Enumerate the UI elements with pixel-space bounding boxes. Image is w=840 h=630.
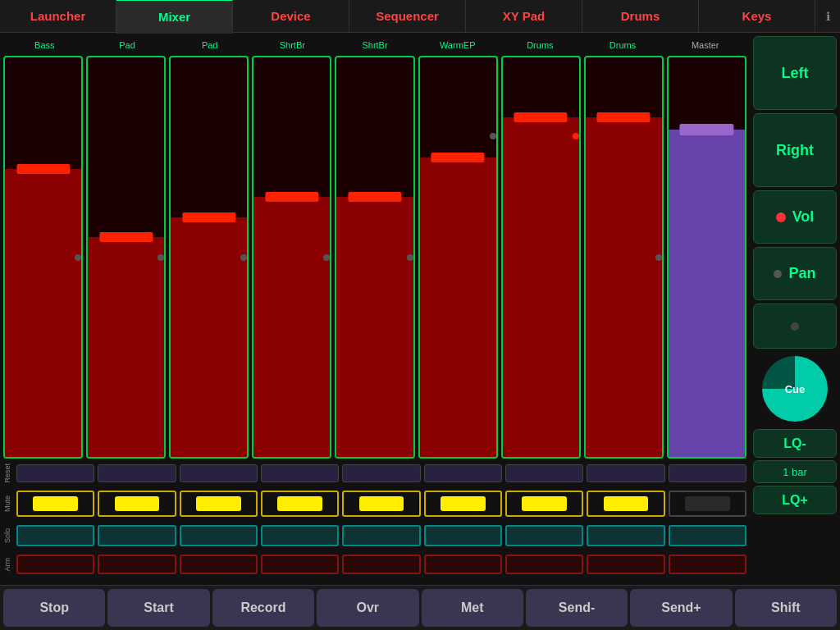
mute-btn-master[interactable] — [669, 491, 746, 517]
reset-btn-4[interactable] — [261, 464, 339, 482]
channel-shrtbr1 — [252, 56, 331, 459]
reset-btn-7[interactable] — [505, 464, 583, 482]
record-button[interactable]: Record — [212, 589, 314, 627]
right-button[interactable]: Right — [753, 113, 837, 187]
solo-btn-1[interactable] — [16, 525, 94, 546]
solo-btn-8[interactable] — [587, 525, 664, 546]
arm-btn-5[interactable] — [342, 555, 420, 574]
fader-handle-bass[interactable] — [16, 164, 70, 174]
mute-btn-2[interactable] — [98, 491, 176, 517]
fader-handle-drums2[interactable] — [597, 112, 651, 122]
mute-btn-1[interactable] — [16, 491, 94, 517]
mixer-channels: Bass Pad Pad ShrtBr ShrtBr WarmEP Drums … — [0, 33, 750, 585]
solo-btn-2[interactable] — [98, 525, 176, 546]
lq-plus-button[interactable]: LQ+ — [753, 486, 837, 514]
cue-area[interactable]: Cue — [753, 352, 837, 426]
fader-track-master[interactable] — [667, 56, 746, 459]
fader-handle-warmep[interactable] — [431, 153, 485, 162]
arm-btn-4[interactable] — [261, 555, 339, 574]
channel-drums1 — [501, 56, 581, 459]
left-button[interactable]: Left — [753, 36, 837, 110]
solo-btn-5[interactable] — [342, 525, 420, 546]
reset-btn-6[interactable] — [424, 464, 502, 482]
solo-btn-master[interactable] — [669, 525, 746, 546]
reset-btn-2[interactable] — [98, 464, 176, 482]
mute-btn-6[interactable] — [424, 491, 502, 517]
tab-keys[interactable]: Keys — [699, 0, 815, 33]
info-icon[interactable]: ℹ — [815, 10, 840, 23]
channel-pad1 — [86, 56, 166, 459]
fader-track-drums1[interactable] — [501, 56, 581, 459]
arm-btn-2[interactable] — [98, 555, 176, 574]
lq-minus-button[interactable]: LQ- — [753, 429, 837, 458]
fader-track-bass[interactable] — [3, 56, 83, 459]
pan-dot — [774, 270, 782, 278]
ch-header-bass: Bass — [3, 36, 86, 54]
tab-device[interactable]: Device — [233, 0, 349, 33]
fader-track-warmep[interactable] — [418, 56, 498, 459]
stop-button[interactable]: Stop — [3, 589, 105, 627]
channel-pad2 — [169, 56, 249, 459]
reset-btn-3[interactable] — [180, 464, 258, 482]
empty-control — [753, 304, 837, 349]
ovr-button[interactable]: Ovr — [317, 589, 418, 627]
fader-track-pad2[interactable] — [169, 56, 249, 459]
send-minus-button[interactable]: Send- — [526, 589, 628, 627]
mute-btn-3[interactable] — [180, 491, 258, 517]
channel-master — [667, 56, 746, 459]
mute-indicator-2 — [115, 496, 160, 511]
row-arm: Arm — [3, 552, 746, 577]
met-button[interactable]: Met — [422, 589, 523, 627]
fader-handle-drums1[interactable] — [514, 112, 568, 122]
mute-btn-8[interactable] — [587, 491, 664, 517]
mute-btn-4[interactable] — [261, 491, 339, 517]
channel-drums2 — [584, 56, 664, 459]
shift-button[interactable]: Shift — [735, 589, 837, 627]
start-button[interactable]: Start — [107, 589, 209, 627]
fader-track-shrtbr1[interactable] — [252, 56, 331, 459]
fader-track-pad1[interactable] — [86, 56, 166, 459]
ch-header-pad1: Pad — [86, 36, 169, 54]
reset-btn-8[interactable] — [587, 464, 664, 482]
pan-control[interactable]: Pan — [753, 247, 837, 300]
send-plus-button[interactable]: Send+ — [630, 589, 732, 627]
reset-label: Reset — [3, 463, 13, 483]
fader-handle-shrtbr1[interactable] — [265, 192, 318, 202]
mute-indicator-1 — [33, 496, 78, 511]
fader-track-shrtbr2[interactable] — [335, 56, 414, 459]
solo-btn-7[interactable] — [505, 525, 583, 546]
tab-xy-pad[interactable]: XY Pad — [466, 0, 582, 33]
arm-btn-master[interactable] — [669, 555, 746, 574]
vol-control[interactable]: Vol — [753, 190, 837, 244]
solo-btn-4[interactable] — [261, 525, 339, 546]
send-dot-master — [655, 254, 662, 261]
reset-btn-master[interactable] — [669, 464, 746, 482]
arm-btn-8[interactable] — [587, 555, 664, 574]
fader-handle-master[interactable] — [680, 124, 733, 135]
reset-btn-5[interactable] — [342, 464, 420, 482]
tab-sequencer[interactable]: Sequencer — [349, 0, 466, 33]
arm-btn-7[interactable] — [505, 555, 583, 574]
arm-btn-6[interactable] — [424, 555, 502, 574]
reset-btn-1[interactable] — [16, 464, 94, 482]
mute-btn-5[interactable] — [342, 491, 420, 517]
send-dot-drums2 — [573, 133, 579, 139]
fader-handle-shrtbr2[interactable] — [348, 192, 401, 202]
mute-btn-7[interactable] — [505, 491, 583, 517]
channel-shrtbr2 — [335, 56, 414, 459]
cue-knob[interactable]: Cue — [762, 356, 828, 422]
tab-drums[interactable]: Drums — [582, 0, 699, 33]
tab-launcher[interactable]: Launcher — [0, 0, 116, 33]
fader-handle-pad2[interactable] — [182, 212, 235, 222]
fader-track-drums2[interactable] — [584, 56, 664, 459]
mute-indicator-5 — [359, 496, 404, 511]
tab-mixer[interactable]: Mixer — [116, 0, 233, 34]
solo-btn-3[interactable] — [180, 525, 258, 546]
solo-btn-6[interactable] — [424, 525, 502, 546]
mute-indicator-8 — [604, 496, 649, 511]
fader-handle-pad1[interactable] — [99, 232, 153, 242]
bottom-controls: Reset Mute — [3, 462, 746, 585]
arm-btn-3[interactable] — [180, 555, 258, 574]
fader-fill-bass — [5, 169, 81, 457]
arm-btn-1[interactable] — [16, 555, 94, 574]
